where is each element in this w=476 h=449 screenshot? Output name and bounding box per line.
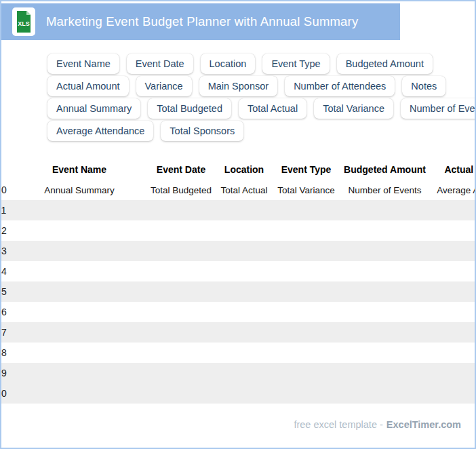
preview-table: Event Name Event Date Location Event Typ…	[1, 159, 475, 404]
cell-total-budgeted: Total Budgeted	[147, 180, 215, 200]
row-number: 16	[1, 302, 12, 322]
tag-budgeted-amount[interactable]: Budgeted Amount	[337, 54, 433, 74]
tag-number-of-attendees[interactable]: Number of Attendees	[285, 76, 395, 96]
tag-total-actual[interactable]: Total Actual	[239, 98, 306, 119]
row-number: 13	[1, 241, 12, 261]
tag-event-date[interactable]: Event Date	[127, 54, 193, 74]
cell-average-attendance: Average Attendance	[431, 180, 475, 200]
tag-location[interactable]: Location	[201, 54, 256, 74]
xls-icon-label: XLS	[18, 20, 30, 27]
tag-total-budgeted[interactable]: Total Budgeted	[148, 98, 231, 119]
table-row: 17	[1, 322, 475, 343]
page: XLS Marketing Event Budget Planner with …	[0, 0, 476, 449]
col-header-event-type: Event Type	[273, 159, 339, 180]
cell-annual-summary: Annual Summary	[12, 180, 147, 200]
cell-total-variance: Total Variance	[273, 180, 339, 200]
row-number: 20	[1, 383, 12, 404]
chip-row-2: Actual Amount Variance Main Sponsor Numb…	[47, 76, 469, 96]
table-row: 11	[1, 200, 475, 220]
row-number: 19	[1, 363, 12, 383]
row-number: 10	[1, 180, 12, 200]
tag-actual-amount[interactable]: Actual Amount	[47, 76, 129, 96]
spreadsheet-preview: Event Name Event Date Location Event Typ…	[1, 159, 475, 404]
tag-main-sponsor[interactable]: Main Sponsor	[199, 76, 277, 96]
tag-event-name[interactable]: Event Name	[47, 54, 119, 74]
summary-row: 10 Annual Summary Total Budgeted Total A…	[1, 180, 475, 200]
chip-row-3: Annual Summary Total Budgeted Total Actu…	[47, 98, 469, 119]
header-bar: XLS Marketing Event Budget Planner with …	[1, 3, 400, 40]
col-header-location: Location	[215, 159, 273, 180]
footer-text: free excel template -	[294, 419, 382, 430]
chip-row-1: Event Name Event Date Location Event Typ…	[47, 54, 469, 74]
col-header-event-date: Event Date	[147, 159, 215, 180]
table-row: 15	[1, 281, 475, 302]
col-header-budgeted-amount: Budgeted Amount	[339, 159, 431, 180]
tag-notes[interactable]: Notes	[402, 76, 445, 96]
table-row: 13	[1, 241, 475, 261]
row-number: 12	[1, 220, 12, 241]
row-number: 15	[1, 281, 12, 302]
row-number: 11	[1, 200, 12, 220]
row-number: 14	[1, 261, 12, 281]
table-row: 12	[1, 220, 475, 241]
tag-variance[interactable]: Variance	[136, 76, 192, 96]
xls-file-icon: XLS	[12, 7, 35, 36]
field-tag-list: Event Name Event Date Location Event Typ…	[47, 54, 469, 143]
tag-event-type[interactable]: Event Type	[262, 54, 329, 74]
tag-average-attendance[interactable]: Average Attendance	[47, 121, 153, 141]
cell-number-of-events: Number of Events	[339, 180, 431, 200]
table-row: 20	[1, 383, 475, 404]
table-header-row: Event Name Event Date Location Event Typ…	[1, 159, 475, 180]
table-row: 16	[1, 302, 475, 322]
table-row: 14	[1, 261, 475, 281]
col-header-actual-amount: Actual Amount	[431, 159, 475, 180]
table-row: 19	[1, 363, 475, 383]
tag-total-sponsors[interactable]: Total Sponsors	[161, 121, 243, 141]
tag-annual-summary[interactable]: Annual Summary	[47, 98, 140, 119]
row-number-header	[1, 159, 12, 180]
row-number: 17	[1, 322, 12, 343]
chip-row-4: Average Attendance Total Sponsors	[47, 121, 469, 141]
row-number: 18	[1, 343, 12, 363]
col-header-event-name: Event Name	[12, 159, 147, 180]
table-row: 18	[1, 343, 475, 363]
tag-total-variance[interactable]: Total Variance	[314, 98, 393, 119]
page-title: Marketing Event Budget Planner with Annu…	[46, 14, 358, 29]
footer: free excel template -ExcelTimer.com	[294, 419, 461, 430]
brand-link[interactable]: ExcelTimer.com	[386, 419, 461, 430]
cell-total-actual: Total Actual	[215, 180, 273, 200]
tag-number-of-events[interactable]: Number of Events	[401, 98, 476, 119]
